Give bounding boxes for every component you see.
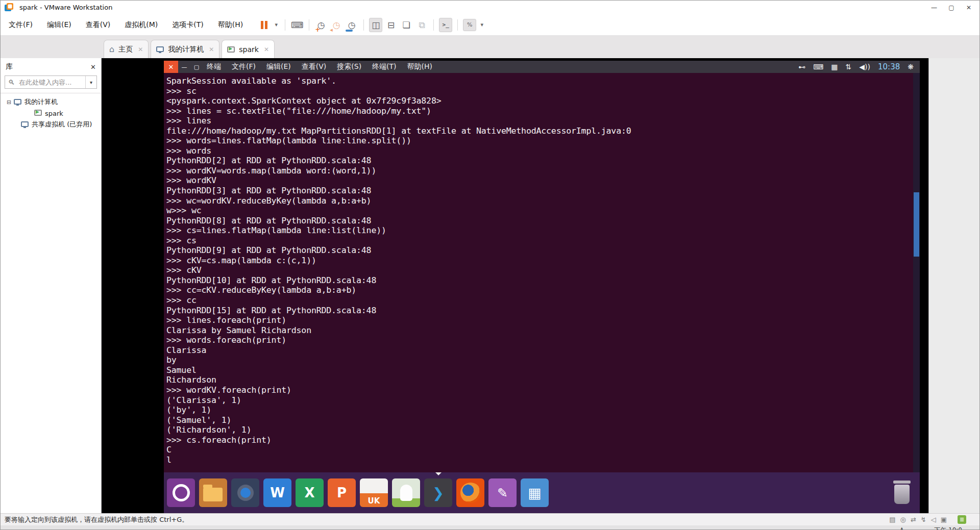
tab-close-icon[interactable]: ✕: [209, 46, 214, 53]
terminal-menu-item[interactable]: 查看(V): [302, 62, 327, 71]
stretch-dropdown[interactable]: ▾: [478, 18, 485, 32]
scrollbar-thumb[interactable]: [914, 192, 919, 257]
tree-item[interactable]: 共享虚拟机 (已弃用): [1, 119, 101, 130]
unity-mode-button[interactable]: ⧉: [415, 18, 428, 32]
ubuntu-launcher-icon[interactable]: [167, 478, 195, 507]
menu-item[interactable]: 虚拟机(M): [118, 17, 164, 33]
launcher-dock: WXPUK❯✎▦: [164, 472, 920, 514]
suspend-dropdown[interactable]: ▾: [273, 18, 280, 32]
terminal-line: >>> lines: [166, 116, 912, 126]
menu-item[interactable]: 选项卡(T): [166, 17, 209, 33]
terminal-menu-item[interactable]: 帮助(H): [407, 62, 432, 71]
tab-close-icon[interactable]: ✕: [138, 46, 143, 53]
library-search[interactable]: 🔍︎ ▾: [5, 75, 97, 89]
printer-icon[interactable]: ▣: [941, 516, 947, 523]
word-icon[interactable]: W: [263, 478, 291, 507]
fullscreen-button[interactable]: ❏: [400, 18, 413, 32]
trash-icon[interactable]: [891, 481, 913, 506]
tab-close-icon[interactable]: ✕: [264, 46, 269, 53]
vmware-logo-icon: [5, 3, 13, 12]
clock[interactable]: 10:38: [878, 62, 900, 71]
terminal-menu-item[interactable]: 文件(F): [232, 62, 256, 71]
terminal-scrollbar[interactable]: [913, 73, 920, 472]
text-editor-icon[interactable]: ✎: [488, 478, 517, 507]
terminal-maximize-button[interactable]: ▢: [190, 61, 203, 73]
taskbar-clock-partial: 下午 10:0: [934, 526, 962, 529]
tree-item[interactable]: spark: [1, 108, 101, 119]
tab[interactable]: 我的计算机 ✕: [151, 40, 219, 58]
search-icon: 🔍︎: [8, 79, 15, 86]
input-method-icon[interactable]: ⊷: [798, 63, 805, 71]
terminal-close-button[interactable]: ✕: [164, 61, 178, 73]
device-status-icons: ▤◎⇄↯◁▣: [885, 516, 947, 523]
manage-snapshots-button[interactable]: ◷: [345, 18, 358, 32]
send-ctrl-alt-del-button[interactable]: ⌨: [290, 18, 304, 32]
terminal-menu-item[interactable]: 搜索(S): [337, 62, 361, 71]
terminal-line: ('Richardson', 1): [166, 425, 912, 435]
terminal-line: >>> lines = sc.textFile("file:///home/ha…: [166, 106, 912, 116]
window-controls: —▢✕: [925, 1, 977, 14]
terminal-menus: 终端文件(F)编辑(E)查看(V)搜索(S)终端(T)帮助(H): [207, 62, 443, 71]
terminal-line: >>> cKV=cs.map(lambda c:(c,1)): [166, 256, 912, 266]
terminal-line: >>> wordKV.foreach(print): [166, 385, 912, 395]
revert-snapshot-button[interactable]: ◷: [330, 18, 343, 32]
menu-item[interactable]: 文件(F): [3, 17, 39, 33]
tab[interactable]: ⌂ 主页 ✕: [104, 40, 149, 58]
volume-icon[interactable]: ◀)): [859, 63, 870, 71]
terminal-app-icon[interactable]: ❯: [424, 478, 452, 507]
show-thumbnail-bar-button[interactable]: ⊟: [384, 18, 398, 32]
expander-icon[interactable]: ⊟: [7, 99, 13, 106]
search-dropdown-icon[interactable]: ▾: [85, 76, 96, 88]
console-view-button[interactable]: >_: [439, 18, 452, 32]
title-bar: spark - VMware Workstation —▢✕: [1, 1, 979, 14]
terminal-line: PythonRDD[10] at RDD at PythonRDD.scala:…: [166, 275, 912, 286]
excel-icon[interactable]: X: [296, 478, 324, 507]
show-library-button[interactable]: ◫: [369, 18, 382, 32]
calendar-icon[interactable]: ▦: [831, 63, 838, 71]
software-center-icon[interactable]: UK: [360, 478, 388, 507]
terminal-line: by: [166, 355, 912, 365]
library-close-icon[interactable]: ✕: [90, 63, 96, 71]
message-log-icon[interactable]: ≣: [958, 515, 966, 524]
ubuntu-screen: ✕—▢ 终端文件(F)编辑(E)查看(V)搜索(S)终端(T)帮助(H) ⊷⌨▦…: [164, 61, 920, 513]
kylin-assistant-icon[interactable]: [392, 478, 420, 507]
files-icon[interactable]: [199, 478, 227, 507]
sound-icon[interactable]: ◁: [931, 516, 936, 523]
tree-item[interactable]: ⊟ 我的计算机: [1, 96, 101, 108]
take-snapshot-button[interactable]: ◷: [314, 18, 328, 32]
minimize-button[interactable]: —: [925, 1, 943, 14]
computer-icon: [156, 46, 164, 52]
dock-apps: WXPUK❯✎▦: [167, 478, 553, 507]
menu-item[interactable]: 帮助(H): [212, 17, 249, 33]
terminal-minimize-button[interactable]: —: [178, 61, 190, 73]
terminal-window-controls: ✕—▢: [164, 61, 203, 73]
terminal-line: <pyspark.context.SparkContext object at …: [166, 96, 912, 106]
terminal-line: >>> cs: [166, 236, 912, 246]
terminal-line: file:///home/hadoop/my.txt MapPartitions…: [166, 126, 912, 136]
menu-item[interactable]: 编辑(E): [41, 17, 78, 33]
workspaces-icon[interactable]: ▦: [521, 478, 549, 507]
harddisk-icon[interactable]: ▤: [889, 516, 895, 523]
terminal-menu-item[interactable]: 终端: [207, 62, 221, 71]
network-adapter-icon[interactable]: ⇄: [911, 516, 916, 523]
search-input[interactable]: [18, 78, 85, 87]
cdrom-icon[interactable]: ◎: [900, 516, 906, 523]
menu-item[interactable]: 查看(V): [80, 17, 117, 33]
session-gear-icon[interactable]: ❋: [908, 63, 914, 71]
usb-icon[interactable]: ↯: [921, 516, 926, 523]
suspend-button[interactable]: [257, 18, 271, 32]
stretch-guest-button[interactable]: %: [463, 19, 476, 31]
maximize-button[interactable]: ▢: [943, 1, 960, 14]
keyboard-icon[interactable]: ⌨: [813, 63, 823, 71]
terminal-window[interactable]: SparkSession available as 'spark'.>>> sc…: [164, 73, 920, 472]
powerpoint-icon[interactable]: P: [328, 478, 356, 507]
tab[interactable]: spark ✕: [222, 40, 275, 58]
firefox-icon[interactable]: [456, 478, 484, 507]
updown-arrows-icon[interactable]: ⇅: [846, 63, 852, 71]
terminal-line: w>>> wc: [166, 206, 912, 216]
terminal-menu-item[interactable]: 编辑(E): [266, 62, 291, 71]
app-blue-dot-icon[interactable]: [231, 478, 259, 507]
close-button[interactable]: ✕: [960, 1, 977, 14]
terminal-line: ('Clarissa', 1): [166, 395, 912, 406]
terminal-menu-item[interactable]: 终端(T): [372, 62, 396, 71]
